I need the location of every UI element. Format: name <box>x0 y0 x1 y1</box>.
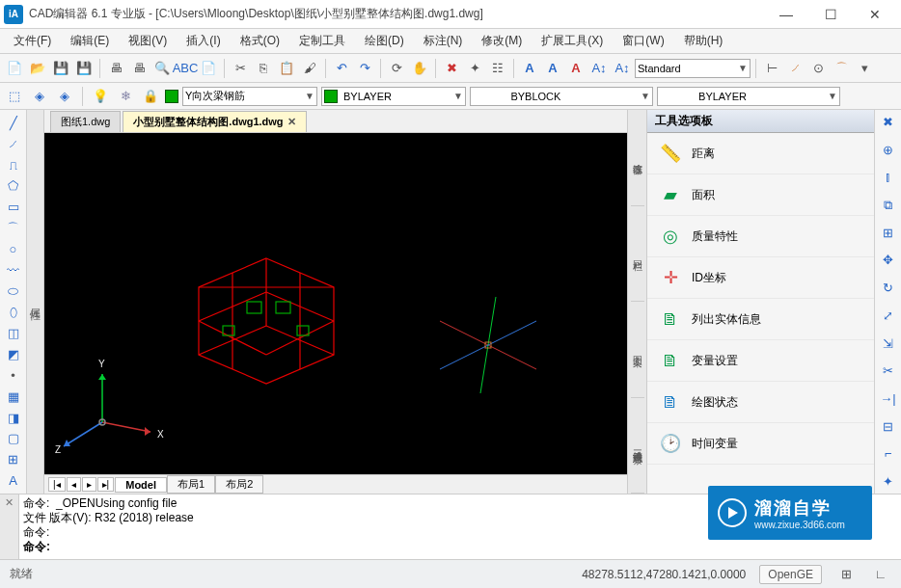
print-preview-icon[interactable]: 🖶 <box>128 58 150 79</box>
mtext-icon[interactable]: A <box>3 471 24 490</box>
ellipse-arc-icon[interactable]: ⬯ <box>3 303 24 321</box>
move-icon[interactable]: ✥ <box>878 253 899 269</box>
layer-bulb-icon[interactable]: 💡 <box>90 86 111 107</box>
mirror-icon[interactable]: ⫿ <box>878 169 899 185</box>
gradient-icon[interactable]: ◨ <box>3 409 24 427</box>
palette-item-list[interactable]: 🗎列出实体信息 <box>647 299 874 340</box>
palette-item-status[interactable]: 🗎绘图状态 <box>647 382 874 423</box>
menu-tools[interactable]: 定制工具 <box>291 30 353 52</box>
find-icon[interactable]: 🔍 <box>151 58 173 79</box>
undo-icon[interactable]: ↶ <box>331 58 352 79</box>
cut-icon[interactable]: ✂ <box>230 58 251 79</box>
layer-iso-icon[interactable]: ◈ <box>29 86 50 107</box>
drawing-tab-active[interactable]: 小型别墅整体结构图.dwg1.dwg✕ <box>123 111 306 132</box>
polygon-icon[interactable]: ⬠ <box>3 176 24 195</box>
open-icon[interactable]: 📂 <box>27 58 48 79</box>
ellipse-icon[interactable]: ⬭ <box>3 282 24 301</box>
pan-icon[interactable]: ✋ <box>409 58 430 79</box>
print-icon[interactable]: 🖶 <box>105 58 126 79</box>
minimize-button[interactable]: — <box>764 0 808 29</box>
drawing-canvas[interactable]: X Y Z <box>44 133 627 474</box>
block-insert-icon[interactable]: ◫ <box>3 324 24 342</box>
redo-icon[interactable]: ↷ <box>354 58 375 79</box>
fillet-icon[interactable]: ⌐ <box>878 446 899 463</box>
layer-select[interactable]: Y向次梁钢筋▼ <box>182 87 317 106</box>
point-icon[interactable]: • <box>3 366 24 385</box>
arc-icon[interactable]: ⌒ <box>3 219 24 237</box>
menu-window[interactable]: 窗口(W) <box>614 30 671 52</box>
rotate-icon[interactable]: ↻ <box>878 280 899 296</box>
layout-last-icon[interactable]: ▸| <box>97 477 115 492</box>
menu-format[interactable]: 格式(O) <box>232 30 287 52</box>
status-opengl[interactable]: OpenGE <box>759 565 822 584</box>
menu-insert[interactable]: 插入(I) <box>178 30 228 52</box>
layer-mgr-icon[interactable]: ⬚ <box>4 86 25 107</box>
layout-tab-1[interactable]: 布局1 <box>167 475 215 494</box>
vtab-2[interactable]: 图案 <box>631 302 644 398</box>
vtab-0[interactable]: 综改器 <box>631 110 644 206</box>
block-make-icon[interactable]: ◩ <box>3 345 24 363</box>
extend-icon[interactable]: →| <box>878 390 899 407</box>
maximize-button[interactable]: ☐ <box>808 0 853 29</box>
properties-icon[interactable]: ☷ <box>487 58 508 79</box>
layer-color-swatch[interactable] <box>165 90 178 103</box>
menu-help[interactable]: 帮助(H) <box>676 30 731 52</box>
text-style-select[interactable]: Standard▼ <box>635 59 751 78</box>
copy-obj-icon[interactable]: ⊕ <box>878 142 899 158</box>
drawing-tab[interactable]: 图纸1.dwg <box>50 111 121 132</box>
prop-panel-strip[interactable]: 属性 <box>27 110 44 494</box>
palette-item-mass[interactable]: ◎质量特性 <box>647 216 874 257</box>
new-icon[interactable]: 📄 <box>4 58 25 79</box>
layout-tab-model[interactable]: Model <box>115 477 167 493</box>
explode-icon[interactable]: ✦ <box>464 58 485 79</box>
close-icon[interactable]: ✕ <box>287 116 296 128</box>
dim-radius-icon[interactable]: ⌒ <box>831 58 852 79</box>
scale-icon[interactable]: ⤢ <box>878 307 899 324</box>
save-icon[interactable]: 💾 <box>50 58 71 79</box>
text-dim-icon[interactable]: A↕ <box>588 58 610 79</box>
layout-first-icon[interactable]: |◂ <box>48 477 66 492</box>
table-icon[interactable]: ⊞ <box>3 450 24 468</box>
menu-file[interactable]: 文件(F) <box>6 30 59 52</box>
cmd-handle[interactable]: ✕ <box>0 494 19 559</box>
palette-item-id[interactable]: ✛ID坐标 <box>647 257 874 299</box>
circle-icon[interactable]: ○ <box>3 240 24 258</box>
layout-prev-icon[interactable]: ◂ <box>67 477 81 492</box>
layout-tab-2[interactable]: 布局2 <box>215 475 263 494</box>
vtab-1[interactable]: 回栏 <box>631 206 644 303</box>
menu-dimension[interactable]: 标注(N) <box>416 30 471 52</box>
dim-linear-icon[interactable]: ⊢ <box>761 58 782 79</box>
regen-icon[interactable]: ⟳ <box>386 58 407 79</box>
vtab-3[interactable]: 三维动态观察 <box>631 398 644 494</box>
linetype-select[interactable]: BYLAYER▼ <box>657 87 840 106</box>
copy-icon[interactable]: ⎘ <box>253 58 274 79</box>
region-icon[interactable]: ▢ <box>3 429 24 447</box>
layout-next-icon[interactable]: ▸ <box>82 477 96 492</box>
lineweight-select[interactable]: BYBLOCK▼ <box>470 87 653 106</box>
spell-icon[interactable]: ABC <box>175 58 196 79</box>
layer-lock-icon[interactable]: 🔒 <box>140 86 161 107</box>
palette-item-setvar[interactable]: 🗎变量设置 <box>647 340 874 382</box>
menu-express[interactable]: 扩展工具(X) <box>533 30 611 52</box>
layer-prev-icon[interactable]: ◈ <box>54 86 75 107</box>
palette-item-distance[interactable]: 📏距离 <box>647 133 874 174</box>
dim-aligned-icon[interactable]: ⟋ <box>784 58 805 79</box>
line-icon[interactable]: ╱ <box>3 114 24 132</box>
match-icon[interactable]: 🖌 <box>299 58 320 79</box>
text-scale-icon[interactable]: A↕ <box>612 58 633 79</box>
break-icon[interactable]: ⊟ <box>878 418 899 435</box>
menu-edit[interactable]: 编辑(E) <box>63 30 117 52</box>
pline-icon[interactable]: ⎍ <box>3 156 24 174</box>
close-button[interactable]: ✕ <box>853 0 897 29</box>
menu-view[interactable]: 视图(V) <box>121 30 175 52</box>
pdf-icon[interactable]: 📄 <box>198 58 219 79</box>
text-a2-icon[interactable]: A <box>542 58 563 79</box>
hatch-icon[interactable]: ▦ <box>3 388 24 406</box>
dim-angular-icon[interactable]: ⊙ <box>807 58 829 79</box>
palette-item-area[interactable]: ▰面积 <box>647 174 874 216</box>
save-all-icon[interactable]: 💾 <box>73 58 95 79</box>
menu-draw[interactable]: 绘图(D) <box>357 30 412 52</box>
text-style-icon[interactable]: A <box>565 58 587 79</box>
stretch-icon[interactable]: ⇲ <box>878 335 899 352</box>
erase-icon[interactable]: ✖ <box>878 114 899 130</box>
